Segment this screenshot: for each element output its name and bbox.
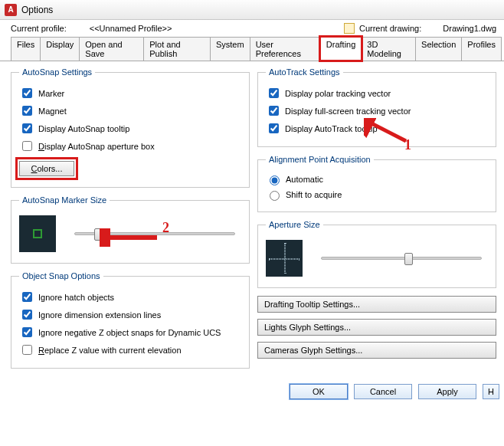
tab-system[interactable]: System [210,37,250,61]
annotation-number-1: 1 [404,137,411,153]
tab-plot-and-publish[interactable]: Plot and Publish [143,37,211,61]
aperture-size-group: Aperture Size [257,220,496,288]
automatic-label: Automatic [286,175,323,184]
drawing-value: Drawing1.dwg [443,24,496,33]
ok-button[interactable]: OK [290,384,348,399]
tab-user-preferences[interactable]: User Preferences [250,37,321,61]
colors-button[interactable]: Colors... [19,161,74,176]
marker-size-legend: AutoSnap Marker Size [19,195,110,205]
aperture-preview [266,240,303,277]
ignore-hatch-label: Ignore hatch objects [38,293,114,302]
autosnap-group: AutoSnap Settings Marker Magnet Display … [11,67,250,188]
polar-vector-label: Display polar tracking vector [285,89,391,98]
marker-label: Marker [38,89,64,98]
apply-button[interactable]: Apply [418,384,476,399]
tab-bar: Files Display Open and Save Plot and Pub… [0,35,504,61]
marker-preview [19,215,56,252]
titlebar: A Options [0,0,504,20]
tab-display[interactable]: Display [40,37,80,61]
replace-z-checkbox[interactable] [22,345,32,355]
aperture-box-checkbox[interactable] [22,141,32,151]
tab-3d-modeling[interactable]: 3D Modeling [361,37,416,61]
autosnap-legend: AutoSnap Settings [19,67,95,77]
tab-profiles[interactable]: Profiles [461,37,502,61]
alignment-group: Alignment Point Acquisition Automatic Sh… [257,155,496,212]
ignore-dim-label: Ignore dimension extension lines [38,310,161,320]
magnet-label: Magnet [38,107,67,116]
shift-label: Shift to acquire [286,190,342,199]
autotrack-tooltip-checkbox[interactable] [269,123,279,133]
drawing-icon [344,23,355,34]
shift-radio[interactable] [270,191,280,201]
autotrack-group: AutoTrack Settings Display polar trackin… [257,67,496,147]
tab-drafting[interactable]: Drafting [320,37,362,61]
osnap-legend: Object Snap Options [19,271,103,280]
autotrack-tooltip-label: Display AutoTrack tooltip [285,124,378,133]
lights-glyph-settings-button[interactable]: Lights Glyph Settings... [257,319,496,336]
magnet-checkbox[interactable] [22,106,32,116]
dialog-footer: OK Cancel Apply H [0,376,504,410]
settings-buttons-group: Drafting Tooltip Settings... Lights Glyp… [257,296,496,365]
tab-selection[interactable]: Selection [415,37,462,61]
ignore-negz-label: Ignore negative Z object snaps for Dynam… [38,328,221,337]
marker-checkbox[interactable] [22,88,32,98]
cameras-glyph-settings-button[interactable]: Cameras Glyph Settings... [257,342,496,359]
tab-files[interactable]: Files [11,37,41,61]
fullscreen-vector-label: Display full-screen tracking vector [285,107,411,116]
aperture-size-legend: Aperture Size [266,220,323,229]
polar-vector-checkbox[interactable] [269,88,279,98]
autosnap-tooltip-checkbox[interactable] [22,123,32,133]
ignore-hatch-checkbox[interactable] [22,292,32,302]
profile-row: Current profile: <<Unnamed Profile>> Cur… [0,20,504,35]
ignore-dim-checkbox[interactable] [22,310,32,320]
replace-z-label: Replace Z value with current elevation [38,346,182,355]
cancel-button[interactable]: Cancel [354,384,412,399]
profile-value: <<Unnamed Profile>> [90,24,172,33]
app-logo-icon: A [5,4,17,16]
annotation-number-2: 2 [162,220,169,236]
marker-size-group: AutoSnap Marker Size [11,195,250,264]
aperture-size-slider[interactable] [321,257,482,260]
aperture-box-label: Display AutoSnap aperture box [38,142,155,151]
window-title: Options [21,5,53,15]
alignment-legend: Alignment Point Acquisition [266,155,374,164]
tab-open-and-save[interactable]: Open and Save [79,37,144,61]
help-button[interactable]: H [483,384,499,399]
automatic-radio[interactable] [270,175,280,185]
osnap-group: Object Snap Options Ignore hatch objects… [11,271,250,369]
fullscreen-vector-checkbox[interactable] [269,106,279,116]
profile-label: Current profile: [11,24,67,33]
autosnap-tooltip-label: Display AutoSnap tooltip [38,124,129,133]
drafting-tooltip-settings-button[interactable]: Drafting Tooltip Settings... [257,296,496,313]
autotrack-legend: AutoTrack Settings [266,67,343,77]
marker-size-slider[interactable] [74,232,235,235]
drawing-label: Current drawing: [359,24,421,33]
ignore-negz-checkbox[interactable] [22,327,32,337]
